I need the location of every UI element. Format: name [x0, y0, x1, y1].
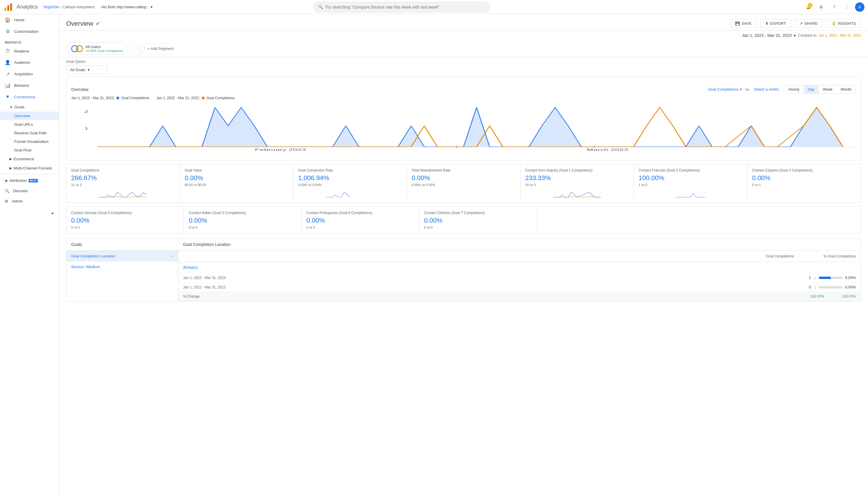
metric-cards-row1: Goal Completions 266.67% 11 vs 3 Goal Va… [66, 164, 861, 203]
sidebar-item-customization[interactable]: ⚙ Customization [0, 26, 59, 37]
sidebar-item-acquisition[interactable]: ↗ Acquisition [0, 68, 59, 80]
chart-legends: Jan 1, 2023 - Mar 31, 2023: Goal Complet… [71, 96, 856, 100]
metric-card-goal5: Contact Italian (Goal 5 Completions) 0.0… [184, 207, 301, 233]
compare-label: Compare to: Jan 1, 2022 - Mar 31, 2022 [798, 33, 861, 37]
more-options-icon[interactable]: ⋮ [842, 2, 853, 12]
empty-segment-circle [138, 45, 145, 52]
sidebar-item-ecommerce[interactable]: ▶ Ecommerce [0, 154, 59, 164]
abandonment-value: 0.00% [412, 174, 515, 182]
account-name[interactable]: BrightSite [44, 5, 59, 9]
property-dropdown[interactable]: -No Bots http://www.calliop... ▾ [98, 3, 155, 10]
svg-rect-1 [7, 5, 9, 11]
sidebar-item-realtime[interactable]: ⏱ Realtime [0, 45, 59, 57]
svg-rect-2 [10, 3, 12, 11]
sidebar-item-goal-flow[interactable]: Goal Flow [0, 146, 59, 154]
export-button[interactable]: ⬆ EXPORT [760, 19, 791, 28]
insights-button[interactable]: 💡 INSIGHTS [826, 19, 861, 28]
search-icon: 🔍 [318, 5, 323, 9]
audience-icon: 👤 [5, 60, 11, 65]
avatar[interactable]: A [855, 2, 865, 12]
time-buttons: Hourly Day Week Month [784, 85, 856, 94]
sidebar-item-audience[interactable]: 👤 Audience [0, 57, 59, 68]
date-range-picker[interactable]: Jan 1, 2023 - Mar 31, 2023 ▾ [742, 33, 795, 38]
sidebar-collapse: ◀ [0, 206, 59, 219]
goal-dropdown[interactable]: All Goals ▾ [66, 65, 107, 74]
sidebar-item-funnel-visualization[interactable]: Funnel Visualization [0, 137, 59, 146]
svg-text:March 2023: March 2023 [587, 148, 628, 152]
legend-2: Jan 1, 2022 - Mar 31, 2022: Goal Complet… [156, 96, 235, 100]
sparkline-goal1 [525, 189, 629, 198]
goals-source-medium[interactable]: Source / Medium [66, 262, 178, 272]
week-button[interactable]: Week [819, 85, 837, 93]
metric-card-goal3: Contact Espanol (Goal 3 Completions) 0.0… [747, 164, 861, 203]
goals-table-header: Goal Completions % Goal Completions [178, 251, 861, 262]
hourly-button[interactable]: Hourly [784, 85, 804, 93]
sidebar-item-goal-urls[interactable]: Goal URLs [0, 120, 59, 129]
svg-rect-0 [4, 7, 6, 11]
app-title: Analytics [17, 4, 38, 10]
chevron-right-icon: › [172, 253, 173, 258]
sparkline-goal2 [639, 189, 742, 198]
behavior-icon: 📊 [5, 83, 11, 88]
goals-completion-location[interactable]: Goal Completion Location › [66, 251, 178, 262]
beta-badge: BETA [29, 179, 38, 183]
goals-submenu: ▼ Goals Overview Goal URLs Reverse Goal … [0, 103, 59, 173]
sidebar-item-conversions[interactable]: ▼ Conversions [0, 91, 59, 103]
segment-sub: +0.00% Goal Completions [85, 49, 123, 52]
segment-circle-2 [76, 45, 83, 52]
goals-section: Goals Goal Completion Location › Source … [59, 238, 868, 301]
search-bar[interactable]: 🔍 [313, 2, 491, 12]
main-content: Overview ✔ 💾 SAVE ⬆ EXPORT ↗ SHARE 💡 [59, 14, 868, 496]
select-metric[interactable]: Select a metric [754, 87, 779, 92]
search-input[interactable] [325, 5, 485, 10]
collapse-icon: ◀ [51, 212, 53, 215]
share-button[interactable]: ↗ SHARE [794, 19, 823, 28]
chart-svg: 2 1 February 2023 March 2023 [71, 105, 856, 152]
metric-card-completions: Goal Completions 266.67% 11 vs 3 [66, 164, 180, 203]
collapse-button[interactable]: ◀ [48, 209, 57, 217]
save-button[interactable]: 💾 SAVE [730, 19, 757, 28]
goal2-value: 100.00% [639, 174, 742, 182]
apps-grid[interactable]: ⊞ [816, 2, 827, 12]
acquisition-icon: ↗ [5, 71, 11, 77]
goal-url[interactable]: /fr/merci [178, 262, 861, 273]
sidebar-item-attribution[interactable]: ◈ Attribution BETA [0, 175, 59, 186]
customization-icon: ⚙ [5, 29, 11, 34]
change-value-1: 100.00% [810, 294, 824, 298]
sidebar-item-discover[interactable]: 🔍 Discover [0, 186, 59, 196]
google-analytics-logo[interactable] [3, 2, 13, 12]
all-users-segment[interactable]: All Users +0.00% Goal Completions [66, 43, 128, 55]
content-header: Overview ✔ 💾 SAVE ⬆ EXPORT ↗ SHARE 💡 [59, 14, 868, 31]
sidebar-item-admin[interactable]: ⚙ Admin [0, 196, 59, 206]
attribution-icon: ◈ [5, 178, 8, 183]
admin-icon: ⚙ [5, 199, 8, 203]
home-icon: 🏠 [5, 17, 11, 23]
progress-bar-2 [819, 286, 842, 289]
overview-title: Overview [71, 87, 88, 92]
sidebar-item-home[interactable]: 🏠 Home [0, 14, 59, 26]
nav-actions: 🔔 1 ⊞ ? ⋮ A [803, 2, 865, 12]
sidebar-item-overview[interactable]: Overview [0, 112, 59, 120]
help-icon[interactable]: ? [829, 2, 840, 12]
metric-card-goal7: Contact Chinese (Goal 7 Completions) 0.0… [419, 207, 537, 233]
sidebar-item-multichannel[interactable]: ▶ Multi-Channel Funnels [0, 164, 59, 173]
add-segment-button[interactable]: + Add Segment [133, 43, 179, 54]
goal-completion-location-title: Goal Completion Location [178, 238, 861, 251]
verified-icon: ✔ [96, 20, 100, 27]
pct-col-header: % Goal Completions [824, 254, 856, 258]
day-button[interactable]: Day [804, 85, 819, 93]
sidebar-item-reverse-goal-path[interactable]: Reverse Goal Path [0, 129, 59, 137]
legend-dot-1 [116, 96, 119, 99]
sidebar-item-goals[interactable]: ▼ Goals [0, 103, 59, 112]
sidebar-item-behavior[interactable]: 📊 Behavior [0, 80, 59, 91]
month-button[interactable]: Month [837, 85, 856, 93]
metric-dropdown[interactable]: Goal Completions ▾ [708, 87, 742, 92]
notification-bell[interactable]: 🔔 1 [803, 2, 814, 12]
date-range-text: Jan 1, 2023 - Mar 31, 2023 [742, 33, 792, 38]
reports-label: REPORTS [0, 37, 59, 45]
change-value-2: 100.00% [842, 294, 856, 298]
metric-card-goal2: Contact Francais (Goal 2 Completions) 10… [634, 164, 747, 203]
goals-data-row-2: Jan 1, 2022 - Mar 31, 2022 0 | 0.00% [178, 282, 861, 292]
sparkline-completions [71, 189, 175, 198]
top-navigation: Analytics BrightSite › Calliope-Interpre… [0, 0, 868, 14]
